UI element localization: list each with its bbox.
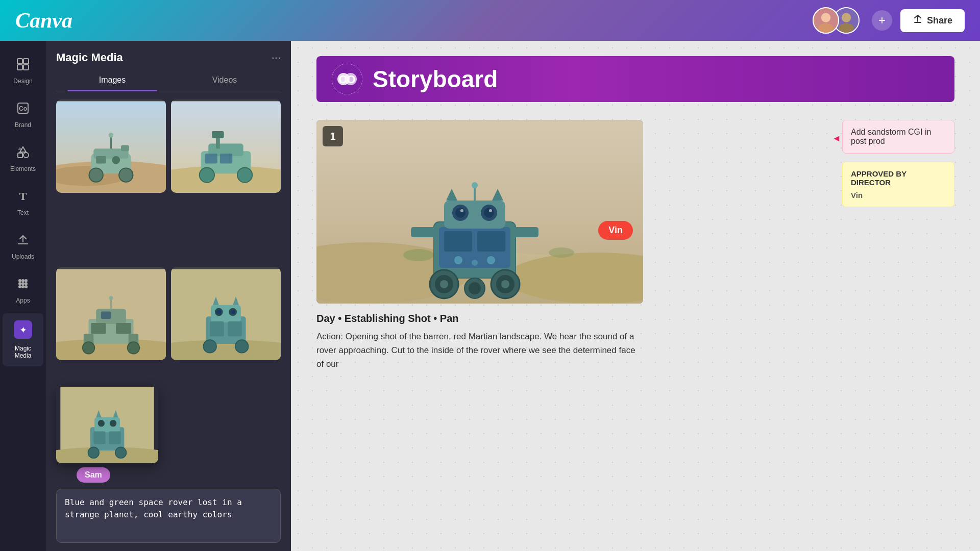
vin-badge: Vin <box>598 221 633 240</box>
sidebar-item-design-label: Design <box>13 78 32 85</box>
svg-rect-111 <box>477 231 505 252</box>
add-collaborator-button[interactable]: + <box>872 10 892 31</box>
svg-point-124 <box>469 282 481 294</box>
sidebar-item-uploads-label: Uploads <box>12 253 34 260</box>
svg-point-32 <box>119 168 133 182</box>
svg-point-34 <box>109 133 114 138</box>
svg-point-54 <box>128 342 139 354</box>
brand-icon: Co <box>16 101 30 118</box>
comment-pink[interactable]: Add sandstorm CGI in post prod <box>842 120 954 154</box>
svg-point-31 <box>89 168 103 182</box>
svg-rect-6 <box>17 59 22 64</box>
svg-point-107 <box>489 209 492 212</box>
sidebar-item-magic-media[interactable]: ✦ Magic Media <box>3 313 43 366</box>
storyboard-logo: CO <box>332 64 362 94</box>
svg-point-112 <box>454 256 462 264</box>
tab-videos[interactable]: Videos <box>168 69 281 91</box>
svg-point-104 <box>455 208 465 218</box>
sidebar-item-text-label: Text <box>17 209 29 216</box>
canva-logo: Canva <box>15 8 72 33</box>
comment-pink-text: Add sandstorm CGI in post prod <box>851 128 931 145</box>
avatar-1 <box>813 7 839 34</box>
svg-point-2 <box>818 23 834 33</box>
sidebar-item-uploads[interactable]: Uploads <box>3 226 43 267</box>
scene-image-container: 1 Vin <box>316 120 643 304</box>
main-layout: Design Co Brand Elements <box>0 41 980 551</box>
svg-point-1 <box>821 13 830 22</box>
svg-point-37 <box>112 156 120 164</box>
comment-author: Vin <box>851 191 946 199</box>
svg-point-21 <box>18 285 21 288</box>
prompt-input[interactable]: Blue and green space rover lost in a str… <box>65 496 272 533</box>
svg-rect-47 <box>220 154 232 164</box>
svg-rect-9 <box>23 65 29 70</box>
apps-icon <box>16 277 30 294</box>
svg-point-84 <box>115 447 127 458</box>
sidebar-item-brand-label: Brand <box>15 121 31 129</box>
svg-rect-59 <box>91 322 106 334</box>
approved-text: APPROVED BY DIRECTOR <box>851 169 946 187</box>
sidebar-item-apps[interactable]: Apps <box>3 269 43 311</box>
svg-rect-46 <box>205 154 217 164</box>
svg-rect-7 <box>23 59 29 64</box>
svg-point-95 <box>403 249 434 261</box>
svg-point-71 <box>204 340 216 353</box>
share-label: Share <box>927 15 952 26</box>
scene-card: 1 Vin Day • Establishing Shot • Pan Acti… <box>316 120 643 371</box>
svg-point-70 <box>230 309 235 314</box>
share-icon <box>913 14 923 27</box>
scene-caption: Day • Establishing Shot • Pan <box>316 313 643 324</box>
sam-badge: Sam <box>77 467 110 483</box>
svg-point-5 <box>839 23 854 33</box>
svg-point-19 <box>21 282 24 285</box>
canvas-area[interactable]: CO Storyboard <box>291 41 980 551</box>
tab-images[interactable]: Images <box>56 69 168 91</box>
comment-bubble-area: ◄ Add sandstorm CGI in post prod APPROVE… <box>842 120 954 207</box>
grid-image-1[interactable] <box>56 99 166 193</box>
panel-menu-button[interactable]: ··· <box>272 51 281 64</box>
elements-icon <box>16 145 30 162</box>
sidebar-item-brand[interactable]: Co Brand <box>3 94 43 136</box>
svg-point-76 <box>56 447 158 463</box>
sidebar-item-design[interactable]: Design <box>3 50 43 92</box>
svg-text:T: T <box>19 190 27 203</box>
sidebar-item-elements[interactable]: Elements <box>3 138 43 180</box>
svg-rect-13 <box>18 153 22 158</box>
svg-point-15 <box>18 279 21 282</box>
header: Canva + <box>0 0 980 41</box>
panel-header: Magic Media ··· <box>46 41 291 69</box>
share-button[interactable]: Share <box>900 9 965 32</box>
comment-pink-wrapper: ◄ Add sandstorm CGI in post prod <box>842 120 954 154</box>
comment-yellow[interactable]: APPROVED BY DIRECTOR Vin <box>842 162 954 207</box>
scene-action: Action: Opening shot of the barren, red … <box>316 330 643 371</box>
svg-text:Co: Co <box>19 105 27 112</box>
svg-rect-56 <box>101 311 111 319</box>
scene-number: 1 <box>323 126 343 146</box>
svg-point-18 <box>18 282 21 285</box>
svg-point-122 <box>501 280 509 288</box>
svg-rect-74 <box>228 321 241 336</box>
svg-point-16 <box>21 279 24 282</box>
storyboard-title: Storyboard <box>373 65 498 93</box>
image-grid <box>46 91 291 438</box>
sidebar-item-text[interactable]: T Text <box>3 182 43 223</box>
left-panel: Magic Media ··· Images Videos <box>46 41 291 551</box>
svg-point-113 <box>472 260 478 266</box>
grid-image-3[interactable] <box>56 267 166 361</box>
svg-point-96 <box>549 247 574 258</box>
grid-image-4[interactable] <box>171 267 281 361</box>
svg-point-106 <box>460 209 463 212</box>
sam-cursor-area: Sam <box>46 463 291 485</box>
svg-text:✦: ✦ <box>19 325 27 335</box>
magic-media-icon: ✦ <box>14 320 32 342</box>
svg-point-42 <box>200 167 214 182</box>
prompt-area[interactable]: Blue and green space rover lost in a str… <box>56 489 281 543</box>
sidebar-item-apps-label: Apps <box>16 297 30 304</box>
grid-image-2[interactable] <box>171 99 281 193</box>
svg-rect-115 <box>411 227 436 237</box>
svg-point-23 <box>24 285 28 288</box>
collaborator-avatars <box>813 7 860 34</box>
comment-arrow-icon: ◄ <box>832 133 841 144</box>
sidebar-item-elements-label: Elements <box>10 165 36 172</box>
sidebar: Design Co Brand Elements <box>0 41 46 551</box>
